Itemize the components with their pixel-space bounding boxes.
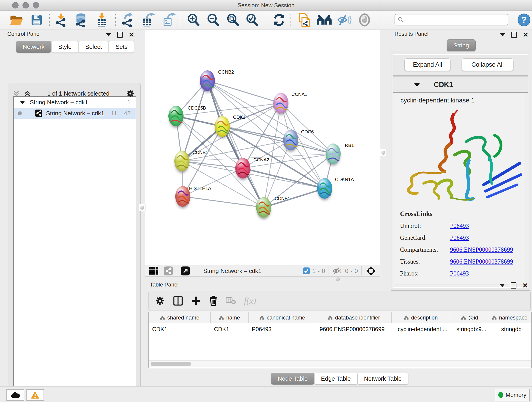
panel-collapse-icon[interactable] [500, 33, 505, 36]
zoom-selected-button[interactable] [245, 13, 260, 27]
collapse-all-icon[interactable] [12, 89, 20, 97]
panel-close-icon[interactable]: ✕ [523, 32, 528, 37]
column-header-database-identifier[interactable]: database identifier [317, 313, 392, 323]
tree-expand-icon[interactable] [20, 101, 25, 104]
gear-icon[interactable] [126, 89, 135, 98]
tab-style[interactable]: Style [51, 41, 78, 53]
delete-column-icon[interactable] [209, 295, 218, 306]
network-node-CDC6[interactable] [283, 130, 298, 150]
selected-checkbox-icon[interactable] [303, 267, 310, 274]
table-cell[interactable]: stringdb [489, 323, 530, 335]
add-column-icon[interactable] [191, 296, 201, 306]
table-cell[interactable]: 9606.ENSP00000378699 [317, 323, 392, 335]
column-type-icon [259, 315, 264, 320]
network-node-CCNB2[interactable] [200, 70, 215, 91]
left-splitter-handle[interactable] [139, 204, 146, 211]
table-cell[interactable]: CDK1 [211, 323, 249, 335]
string-home-button[interactable] [316, 13, 332, 27]
tab-string[interactable]: String [447, 39, 476, 51]
tab-node-table[interactable]: Node Table [271, 373, 314, 385]
cloud-status-button[interactable] [6, 389, 24, 401]
crosslink-link[interactable]: P06493 [450, 222, 469, 230]
network-node-CDK1[interactable] [215, 116, 230, 137]
gene-section: CDK1 cyclin-dependent kinase 1 [393, 77, 528, 288]
table-cell[interactable]: CDK1 [149, 323, 211, 335]
import-network-button[interactable] [55, 13, 68, 27]
zoom-fit-button[interactable] [225, 13, 241, 27]
collapse-all-button[interactable]: Collapse All [462, 58, 513, 71]
zoom-in-button[interactable] [186, 13, 201, 27]
search-input[interactable] [405, 16, 508, 23]
export-network-button[interactable] [121, 13, 135, 27]
crosslink-link[interactable]: P06493 [450, 234, 469, 241]
refresh-view-button[interactable] [272, 13, 286, 27]
network-node-HIST1H1A[interactable] [175, 186, 190, 207]
network-node-CCNE1[interactable] [256, 197, 271, 218]
table-row[interactable]: CDK1CDK1P064939606.ENSP00000378699cyclin… [149, 323, 531, 335]
table-hscrollbar[interactable] [149, 360, 531, 367]
network-node-CCNA2[interactable] [235, 158, 250, 179]
show-eye-button[interactable] [358, 13, 371, 27]
table-cell[interactable]: stringdb:9... [450, 323, 489, 335]
panel-float-icon[interactable] [117, 32, 123, 38]
network-view-toolbar: String Network – cdk1 1 - 0 0 - 0 [145, 265, 380, 277]
string-import-button[interactable] [298, 13, 312, 27]
show-columns-icon[interactable] [173, 295, 183, 306]
network-node-CDC25B[interactable] [168, 106, 184, 126]
column-header-shared-name[interactable]: shared name [149, 313, 211, 323]
help-button[interactable]: ? [517, 13, 531, 27]
import-table-button[interactable] [95, 13, 109, 27]
gene-section-header[interactable]: CDK1 [393, 77, 528, 93]
open-session-button[interactable] [9, 13, 23, 27]
crosslink-link[interactable]: P06493 [450, 270, 469, 277]
crosslink-link[interactable]: 9606.ENSP00000378699 [450, 246, 513, 253]
network-row[interactable]: String Network – cdk1 11 48 [14, 108, 136, 119]
network-share-icon[interactable] [163, 266, 173, 276]
column-header-name[interactable]: name [211, 313, 249, 323]
panel-float-icon[interactable] [511, 32, 517, 38]
tab-network[interactable]: Network [16, 41, 51, 53]
panel-close-icon[interactable]: ✕ [522, 283, 528, 288]
panel-float-icon[interactable] [511, 282, 516, 288]
panel-close-icon[interactable]: ✕ [129, 32, 134, 37]
tab-select[interactable]: Select [79, 41, 108, 53]
save-session-button[interactable] [30, 13, 43, 27]
search-field[interactable] [394, 14, 508, 26]
export-image-button[interactable] [161, 13, 176, 27]
expand-all-icon[interactable] [23, 89, 31, 97]
birds-eye-view-icon[interactable] [180, 266, 190, 276]
hide-unhide-button[interactable] [337, 13, 351, 27]
gear-icon[interactable] [155, 295, 165, 306]
scrollbar-thumb[interactable] [151, 362, 191, 366]
table-cell[interactable]: cyclin-dependent ... [392, 323, 450, 335]
network-node-CDKN1A[interactable] [317, 178, 332, 199]
column-header--id[interactable]: @id [450, 313, 489, 323]
tab-sets[interactable]: Sets [109, 41, 134, 53]
panel-collapse-icon[interactable] [106, 33, 111, 36]
column-header-description[interactable]: description [392, 313, 450, 323]
column-header-namespace[interactable]: namespace [489, 313, 530, 323]
network-node-CCNB1[interactable] [174, 151, 190, 172]
zoom-out-button[interactable] [206, 13, 221, 27]
network-label: String Network – cdk1 [46, 110, 104, 117]
warning-status-button[interactable] [26, 389, 44, 401]
tab-network-table[interactable]: Network Table [357, 373, 408, 385]
memory-button[interactable]: Memory [495, 389, 530, 401]
section-expand-icon[interactable] [414, 83, 420, 87]
panel-collapse-icon[interactable] [500, 284, 505, 287]
grid-view-icon[interactable] [149, 267, 160, 275]
fit-selected-crosshair-icon[interactable] [365, 266, 377, 276]
export-table-button[interactable] [141, 13, 155, 27]
network-node-CCNA1[interactable] [273, 93, 288, 114]
column-header-canonical-name[interactable]: canonical name [249, 313, 317, 323]
expand-all-button[interactable]: Expand All [404, 58, 451, 71]
tab-edge-table[interactable]: Edge Table [314, 373, 357, 385]
network-node-RB1[interactable] [326, 143, 341, 164]
table-cell[interactable]: P06493 [249, 323, 317, 335]
toolbar-separator [115, 14, 116, 26]
right-splitter-handle[interactable] [380, 149, 387, 156]
import-network-from-database-button[interactable] [73, 13, 89, 27]
network-canvas[interactable]: CCNB2CCNA1CDC25BCDK1CDC6RB1CCNB1CCNA2CDK… [145, 30, 380, 265]
horizontal-splitter-handle[interactable] [336, 277, 340, 281]
crosslink-link[interactable]: 9606.ENSP00000378699 [450, 258, 513, 265]
